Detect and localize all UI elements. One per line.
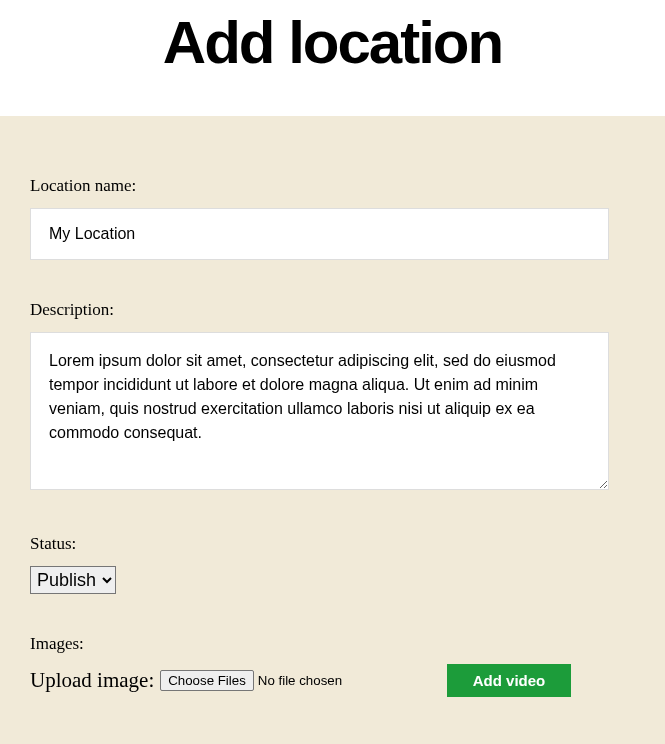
choose-files-button[interactable]: Choose Files xyxy=(160,670,254,691)
description-textarea[interactable]: Lorem ipsum dolor sit amet, consectetur … xyxy=(30,332,609,490)
status-group: Status: Publish xyxy=(30,534,635,594)
upload-image-label: Upload image: xyxy=(30,668,154,693)
location-name-label: Location name: xyxy=(30,176,635,196)
page-title: Add location xyxy=(30,0,635,76)
description-group: Description: Lorem ipsum dolor sit amet,… xyxy=(30,300,635,494)
form-content: Location name: Description: Lorem ipsum … xyxy=(0,116,665,744)
page-header: Add location xyxy=(0,0,665,116)
status-select[interactable]: Publish xyxy=(30,566,116,594)
upload-left: Upload image: Choose Files No file chose… xyxy=(30,668,342,693)
no-file-chosen-text: No file chosen xyxy=(258,673,342,688)
images-label: Images: xyxy=(30,634,635,654)
images-group: Images: Upload image: Choose Files No fi… xyxy=(30,634,635,697)
location-name-group: Location name: xyxy=(30,176,635,260)
add-video-button[interactable]: Add video xyxy=(447,664,571,697)
file-input-wrap: Choose Files No file chosen xyxy=(160,670,342,691)
upload-row: Upload image: Choose Files No file chose… xyxy=(30,664,571,697)
description-label: Description: xyxy=(30,300,635,320)
location-name-input[interactable] xyxy=(30,208,609,260)
status-label: Status: xyxy=(30,534,635,554)
